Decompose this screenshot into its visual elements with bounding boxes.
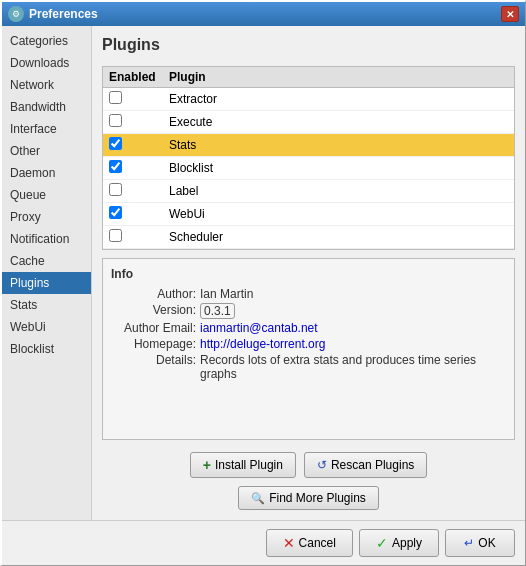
apply-button[interactable]: ✓ Apply (359, 529, 439, 557)
plugin-scheduler-label: Scheduler (169, 230, 508, 244)
sidebar-item-categories[interactable]: Categories (2, 30, 91, 52)
footer-buttons: ✕ Cancel ✓ Apply ↵ OK (2, 520, 525, 565)
sidebar-item-daemon[interactable]: Daemon (2, 162, 91, 184)
ok-button[interactable]: ↵ OK (445, 529, 515, 557)
table-row: Execute (103, 111, 514, 134)
plugin-label-checkbox[interactable] (109, 183, 122, 196)
plugin-stats-checkbox[interactable] (109, 137, 122, 150)
sidebar-item-stats[interactable]: Stats (2, 294, 91, 316)
info-title: Info (111, 267, 506, 281)
sidebar-item-interface[interactable]: Interface (2, 118, 91, 140)
sidebar: Categories Downloads Network Bandwidth I… (2, 26, 92, 520)
version-value: 0.3.1 (200, 303, 235, 319)
plugin-extractor-label: Extractor (169, 92, 508, 106)
details-value: Records lots of extra stats and produces… (200, 353, 506, 381)
email-label: Author Email: (111, 321, 196, 335)
col-header-plugin: Plugin (169, 70, 508, 84)
author-label: Author: (111, 287, 196, 301)
sidebar-item-notification[interactable]: Notification (2, 228, 91, 250)
action-buttons-row1: + Install Plugin ↺ Rescan Plugins (102, 452, 515, 478)
sidebar-item-bandwidth[interactable]: Bandwidth (2, 96, 91, 118)
table-row: Blocklist (103, 157, 514, 180)
plugin-scheduler-checkbox[interactable] (109, 229, 122, 242)
sidebar-item-plugins[interactable]: Plugins (2, 272, 91, 294)
plugins-table: Enabled Plugin Extractor Execute Stats (102, 66, 515, 250)
action-buttons-row2: 🔍 Find More Plugins (102, 486, 515, 510)
plugin-label-label: Label (169, 184, 508, 198)
plugin-webui-label: WebUi (169, 207, 508, 221)
panel-title: Plugins (102, 36, 515, 54)
info-section: Info Author: Ian Martin Version: 0.3.1 A… (102, 258, 515, 440)
cancel-icon: ✕ (283, 535, 295, 551)
window-icon: ⚙ (8, 6, 24, 22)
plugin-blocklist-label: Blocklist (169, 161, 508, 175)
rescan-icon: ↺ (317, 458, 327, 472)
plugin-execute-checkbox[interactable] (109, 114, 122, 127)
preferences-window: ⚙ Preferences ✕ Categories Downloads Net… (0, 0, 526, 566)
install-plugin-button[interactable]: + Install Plugin (190, 452, 296, 478)
cancel-button[interactable]: ✕ Cancel (266, 529, 353, 557)
content-area: Categories Downloads Network Bandwidth I… (2, 26, 525, 520)
find-more-plugins-button[interactable]: 🔍 Find More Plugins (238, 486, 379, 510)
sidebar-item-queue[interactable]: Queue (2, 184, 91, 206)
find-icon: 🔍 (251, 492, 265, 505)
plugin-stats-label: Stats (169, 138, 508, 152)
version-label: Version: (111, 303, 196, 319)
table-header: Enabled Plugin (103, 67, 514, 88)
window-title: Preferences (29, 7, 98, 21)
email-value: ianmartin@cantab.net (200, 321, 506, 335)
info-grid: Author: Ian Martin Version: 0.3.1 Author… (111, 287, 506, 381)
table-row: WebUi (103, 203, 514, 226)
sidebar-item-cache[interactable]: Cache (2, 250, 91, 272)
sidebar-item-webui[interactable]: WebUi (2, 316, 91, 338)
apply-icon: ✓ (376, 535, 388, 551)
plugin-extractor-checkbox[interactable] (109, 91, 122, 104)
titlebar: ⚙ Preferences ✕ (2, 2, 525, 26)
sidebar-item-other[interactable]: Other (2, 140, 91, 162)
plugin-execute-label: Execute (169, 115, 508, 129)
sidebar-item-network[interactable]: Network (2, 74, 91, 96)
homepage-value: http://deluge-torrent.org (200, 337, 506, 351)
install-icon: + (203, 457, 211, 473)
plugin-blocklist-checkbox[interactable] (109, 160, 122, 173)
col-header-enabled: Enabled (109, 70, 169, 84)
plugin-webui-checkbox[interactable] (109, 206, 122, 219)
main-panel: Plugins Enabled Plugin Extractor Execute… (92, 26, 525, 520)
ok-icon: ↵ (464, 536, 474, 550)
table-row: Label (103, 180, 514, 203)
homepage-label: Homepage: (111, 337, 196, 351)
details-label: Details: (111, 353, 196, 381)
rescan-plugins-button[interactable]: ↺ Rescan Plugins (304, 452, 427, 478)
table-row: Stats (103, 134, 514, 157)
author-value: Ian Martin (200, 287, 506, 301)
close-button[interactable]: ✕ (501, 6, 519, 22)
sidebar-item-proxy[interactable]: Proxy (2, 206, 91, 228)
table-row: Scheduler (103, 226, 514, 249)
sidebar-item-downloads[interactable]: Downloads (2, 52, 91, 74)
sidebar-item-blocklist[interactable]: Blocklist (2, 338, 91, 360)
table-row: Extractor (103, 88, 514, 111)
